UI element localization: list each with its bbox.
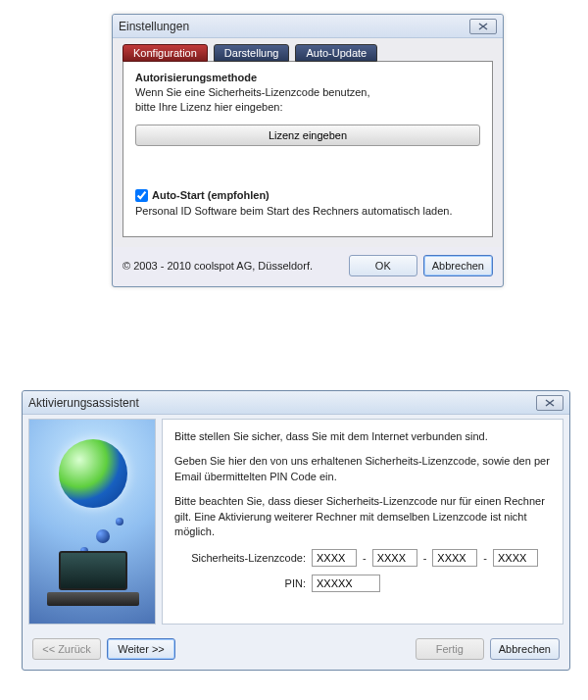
dash: - bbox=[363, 551, 367, 566]
copyright-text: © 2003 - 2010 coolspot AG, Düsseldorf. bbox=[122, 260, 343, 272]
pin-input[interactable] bbox=[312, 575, 380, 592]
settings-tabs: Konfiguration Darstellung Auto-Update bbox=[122, 44, 493, 62]
dash: - bbox=[483, 551, 487, 566]
autostart-hint: Personal ID Software beim Start des Rech… bbox=[135, 204, 480, 219]
license-code-part-3[interactable] bbox=[432, 549, 477, 567]
wizard-body: Bitte stellen Sie sicher, dass Sie mit d… bbox=[23, 415, 569, 630]
settings-titlebar[interactable]: Einstellungen bbox=[113, 15, 503, 38]
laptop-icon bbox=[47, 551, 139, 606]
wizard-titlebar[interactable]: Aktivierungsassistent bbox=[23, 391, 569, 415]
license-code-part-1[interactable] bbox=[312, 549, 357, 567]
pin-row: PIN: bbox=[174, 575, 551, 592]
cancel-button[interactable]: Abbrechen bbox=[423, 255, 493, 276]
enter-license-button[interactable]: Lizenz eingeben bbox=[135, 125, 480, 146]
settings-dialog: Einstellungen Konfiguration Darstellung … bbox=[112, 14, 504, 287]
wizard-title: Aktivierungsassistent bbox=[28, 396, 139, 410]
globe-icon bbox=[59, 439, 127, 508]
close-icon[interactable] bbox=[536, 395, 564, 411]
autostart-row: Auto-Start (empfohlen) bbox=[135, 189, 480, 202]
wizard-p1: Bitte stellen Sie sicher, dass Sie mit d… bbox=[174, 429, 551, 444]
tab-konfiguration[interactable]: Konfiguration bbox=[122, 44, 208, 62]
autostart-checkbox[interactable] bbox=[135, 189, 148, 202]
ok-button[interactable]: OK bbox=[349, 255, 417, 276]
next-button[interactable]: Weiter >> bbox=[107, 638, 175, 660]
pin-label: PIN: bbox=[188, 576, 306, 591]
license-code-label: Sicherheits-Lizenzcode: bbox=[188, 551, 306, 566]
finish-button[interactable]: Fertig bbox=[416, 638, 484, 660]
cancel-button[interactable]: Abbrechen bbox=[490, 638, 560, 660]
dash: - bbox=[423, 551, 427, 566]
wizard-content: Bitte stellen Sie sicher, dass Sie mit d… bbox=[162, 419, 564, 625]
license-code-row: Sicherheits-Lizenzcode: - - - bbox=[174, 549, 551, 567]
wizard-p2: Geben Sie hier den von uns erhaltenen Si… bbox=[174, 454, 551, 484]
license-code-part-4[interactable] bbox=[493, 549, 538, 567]
close-icon[interactable] bbox=[469, 19, 497, 34]
back-button[interactable]: << Zurück bbox=[32, 638, 101, 660]
settings-panel: Autorisierungsmethode Wenn Sie eine Sich… bbox=[122, 61, 493, 237]
wizard-sidebar-image bbox=[28, 419, 156, 625]
settings-body: Konfiguration Darstellung Auto-Update Au… bbox=[113, 38, 503, 247]
tab-autoupdate[interactable]: Auto-Update bbox=[295, 44, 377, 62]
auth-text-2: bitte Ihre Lizenz hier eingeben: bbox=[135, 100, 480, 115]
spacer bbox=[135, 146, 480, 181]
autostart-label: Auto-Start (empfohlen) bbox=[152, 189, 270, 201]
settings-title: Einstellungen bbox=[119, 20, 189, 33]
tab-darstellung[interactable]: Darstellung bbox=[214, 44, 290, 62]
auth-text-1: Wenn Sie eine Sicherheits-Lizenzcode ben… bbox=[135, 85, 480, 100]
license-code-part-2[interactable] bbox=[372, 549, 417, 567]
activation-wizard-dialog: Aktivierungsassistent Bitte stellen Sie … bbox=[22, 390, 570, 671]
auth-heading: Autorisierungsmethode bbox=[135, 72, 480, 83]
wizard-footer: << Zurück Weiter >> Fertig Abbrechen bbox=[23, 630, 569, 670]
settings-footer: © 2003 - 2010 coolspot AG, Düsseldorf. O… bbox=[113, 247, 503, 286]
wizard-p3: Bitte beachten Sie, dass dieser Sicherhe… bbox=[174, 494, 551, 539]
